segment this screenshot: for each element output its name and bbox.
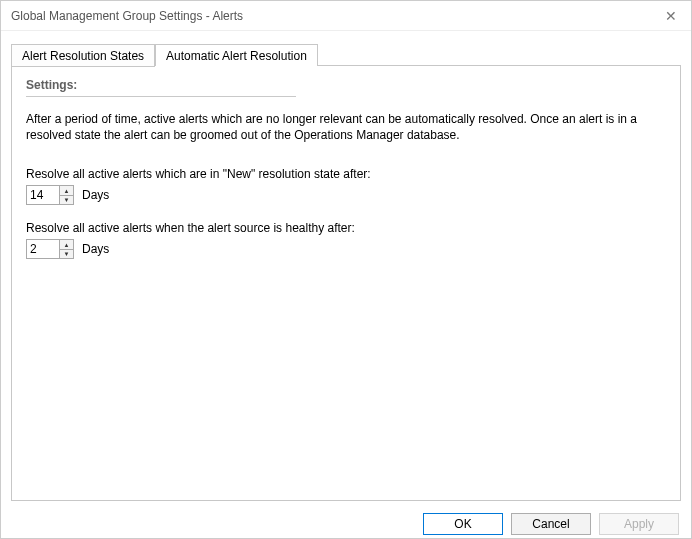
- ok-button[interactable]: OK: [423, 513, 503, 535]
- field1-spin-up[interactable]: ▲: [60, 186, 73, 196]
- description-text: After a period of time, active alerts wh…: [26, 111, 646, 143]
- chevron-down-icon: ▼: [64, 197, 70, 203]
- section-divider: [26, 96, 296, 97]
- field2-spin-down[interactable]: ▼: [60, 250, 73, 259]
- field2-spin-up[interactable]: ▲: [60, 240, 73, 250]
- tab-automatic-alert-resolution[interactable]: Automatic Alert Resolution: [155, 44, 318, 66]
- field2-unit: Days: [82, 242, 109, 256]
- close-icon: ✕: [665, 8, 677, 24]
- field1-spinner[interactable]: ▲ ▼: [26, 185, 74, 205]
- field1-spin-down[interactable]: ▼: [60, 196, 73, 205]
- close-button[interactable]: ✕: [651, 1, 691, 31]
- field1-spin-buttons: ▲ ▼: [59, 186, 73, 204]
- field1-input[interactable]: [27, 186, 59, 204]
- tab-panel: Settings: After a period of time, active…: [11, 65, 681, 501]
- chevron-up-icon: ▲: [64, 188, 70, 194]
- dialog-window: Global Management Group Settings - Alert…: [0, 0, 692, 539]
- tab-alert-resolution-states[interactable]: Alert Resolution States: [11, 44, 155, 67]
- field1-unit: Days: [82, 188, 109, 202]
- field2-label: Resolve all active alerts when the alert…: [26, 221, 666, 235]
- field2-spin-buttons: ▲ ▼: [59, 240, 73, 258]
- chevron-up-icon: ▲: [64, 242, 70, 248]
- content-area: Alert Resolution States Automatic Alert …: [1, 31, 691, 505]
- cancel-button[interactable]: Cancel: [511, 513, 591, 535]
- field1-label: Resolve all active alerts which are in "…: [26, 167, 666, 181]
- field2-spinner[interactable]: ▲ ▼: [26, 239, 74, 259]
- field2-row: ▲ ▼ Days: [26, 239, 666, 259]
- field1-row: ▲ ▼ Days: [26, 185, 666, 205]
- titlebar: Global Management Group Settings - Alert…: [1, 1, 691, 31]
- apply-button: Apply: [599, 513, 679, 535]
- tab-strip: Alert Resolution States Automatic Alert …: [11, 43, 681, 66]
- field2-input[interactable]: [27, 240, 59, 258]
- window-title: Global Management Group Settings - Alert…: [11, 9, 243, 23]
- chevron-down-icon: ▼: [64, 251, 70, 257]
- section-title: Settings:: [26, 78, 666, 92]
- button-bar: OK Cancel Apply: [1, 505, 691, 539]
